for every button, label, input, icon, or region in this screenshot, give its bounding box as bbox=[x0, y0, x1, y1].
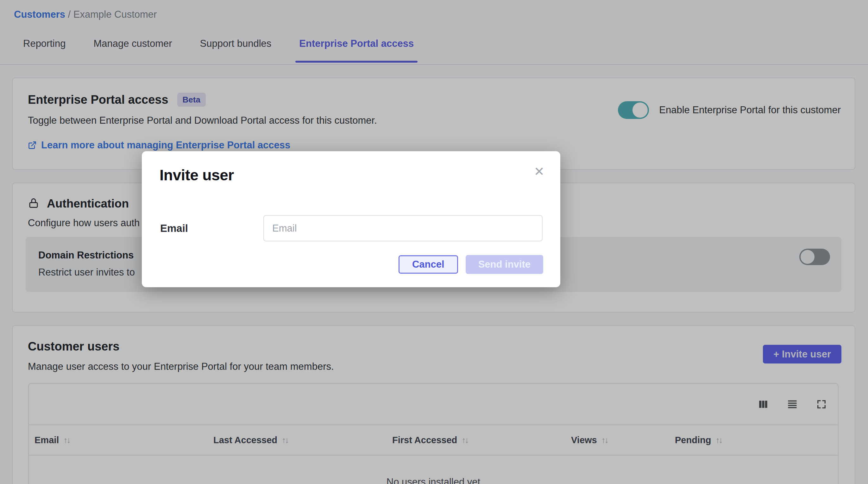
invite-user-modal: Invite user ✕ Email Cancel Send invite bbox=[142, 151, 560, 287]
email-input[interactable] bbox=[264, 215, 542, 241]
email-form-row: Email bbox=[160, 215, 542, 241]
modal-title: Invite user bbox=[159, 166, 542, 184]
send-invite-button[interactable]: Send invite bbox=[466, 255, 543, 274]
close-icon[interactable]: ✕ bbox=[534, 165, 545, 178]
cancel-button[interactable]: Cancel bbox=[399, 255, 458, 273]
modal-actions: Cancel Send invite bbox=[399, 255, 543, 274]
email-label: Email bbox=[160, 222, 264, 234]
